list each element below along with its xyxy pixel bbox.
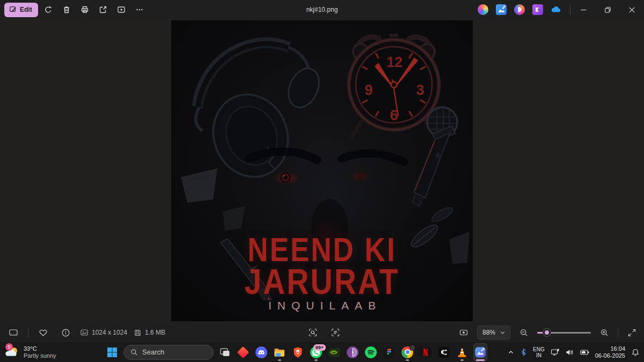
rotate-button[interactable] [40,2,56,18]
chrome-profile-avatar [409,345,415,351]
battery-tray-button[interactable] [579,344,590,360]
weather-condition: Partly sunny [24,352,56,359]
slideshow-button[interactable] [113,2,129,18]
copilot-icon[interactable] [478,4,488,15]
print-button[interactable] [77,2,93,18]
taskbar-app-whatsapp[interactable]: 99+ [309,343,323,361]
titlebar-divider [570,5,570,14]
taskbar-app-spotify[interactable] [364,343,378,361]
language-indicator[interactable]: ENG IN [532,344,546,360]
fit-to-window-button[interactable] [456,324,472,341]
share-icon [99,5,107,14]
photo-nkj10[interactable]: 12 3 6 9 [171,20,473,321]
weather-icon: 5 [4,345,19,359]
zoom-level-dropdown[interactable]: 88% [477,326,510,339]
taskbar-app-netflix[interactable] [419,343,433,361]
network-tray-button[interactable] [550,344,561,360]
close-button[interactable] [620,0,644,19]
bluetooth-tray-button[interactable] [519,344,528,360]
brave-icon [291,346,304,359]
photos-icon[interactable] [496,4,507,15]
file-explorer-icon [273,346,286,359]
trash-icon [62,5,71,14]
titlebar-app-shortcuts [478,0,570,19]
running-indicator [314,359,318,361]
favorite-button[interactable] [35,324,51,341]
discord-icon [255,346,268,359]
edit-button-label: Edit [20,6,32,13]
volume-tray-button[interactable] [565,344,575,360]
rotate-icon [44,5,53,14]
fullscreen-button[interactable] [624,324,640,341]
album-text-block: NEEND KI JARURAT INQUILAAB [171,234,473,312]
chevron-up-icon [508,349,514,356]
fullscreen-icon [627,328,636,337]
taskbar-app-discord[interactable] [254,343,268,361]
text-actions-button[interactable] [327,324,343,341]
clock-date-widget[interactable]: 16:04 06-06-2025 [594,344,626,360]
taskbar-app-games-diamond[interactable] [236,343,250,361]
more-options-button[interactable] [131,2,148,18]
taskbar-app-tor[interactable] [346,343,360,361]
tray-time: 16:04 [610,345,625,352]
notification-center-button[interactable] [630,344,641,360]
zoom-slider-thumb[interactable] [543,329,551,336]
visual-search-button[interactable] [305,324,321,341]
clipchamp-icon[interactable] [532,4,543,15]
text-actions-icon [331,328,340,337]
chrome-icon [401,346,414,359]
spotify-icon [364,346,377,359]
taskbar-app-vlc[interactable] [455,343,469,361]
tray-chevron-button[interactable] [507,344,515,360]
weather-widget[interactable]: 5 33°C Partly sunny [4,342,56,362]
running-indicator [278,359,281,361]
taskbar-app-capcut[interactable] [437,343,451,361]
capcut-icon [437,346,450,359]
titlebar: Edit [0,0,644,19]
taskbar-app-chrome[interactable] [400,343,414,361]
chevron-down-icon [500,331,505,334]
task-view-icon [219,346,231,358]
nvidia-geforce-icon [328,346,341,359]
delete-button[interactable] [58,2,75,18]
taskbar-app-file-explorer[interactable] [273,343,287,361]
zoom-out-button[interactable] [516,324,532,341]
taskbar-app-photos-active[interactable] [473,343,487,361]
filmstrip-toggle-button[interactable] [5,324,21,341]
album-title-line2: JARURAT [171,265,473,297]
image-dimensions-icon [80,328,89,337]
zoom-level-value: 88% [482,329,495,336]
print-icon [80,5,89,14]
task-view-button[interactable] [218,343,232,361]
diamond-app-icon [237,346,250,358]
start-button[interactable] [105,343,119,361]
taskbar-app-brave[interactable] [291,343,305,361]
statusbar: 1024 x 1024 1.6 MB [0,323,644,342]
battery-icon [580,349,589,356]
restore-button[interactable] [596,0,620,19]
window-controls [572,0,644,19]
edit-button[interactable]: Edit [4,3,38,17]
statusbar-divider-right [618,327,618,338]
whatsapp-badge: 99+ [313,344,326,351]
share-button[interactable] [95,2,111,18]
edit-pen-icon [9,5,17,14]
minimize-button[interactable] [572,0,596,19]
onedrive-icon[interactable] [551,4,561,15]
fit-to-window-icon [459,328,469,337]
toolbar: Edit [4,0,148,19]
alarm-clock-illustration: 12 3 6 9 [349,35,439,136]
active-indicator [476,359,485,361]
taskbar-center: Search [105,342,487,362]
zoom-slider[interactable] [537,329,591,336]
designer-icon[interactable] [514,4,525,15]
clock-numeral-12: 12 [386,54,402,70]
visual-search-icon [308,328,318,337]
file-info-button[interactable] [57,324,74,341]
taskbar-app-figma[interactable] [382,343,396,361]
taskbar-app-nvidia[interactable] [327,343,341,361]
taskbar-search-box[interactable]: Search [123,345,214,360]
zoom-in-icon [600,328,609,337]
zoom-in-button[interactable] [596,324,612,341]
search-placeholder: Search [142,348,164,356]
